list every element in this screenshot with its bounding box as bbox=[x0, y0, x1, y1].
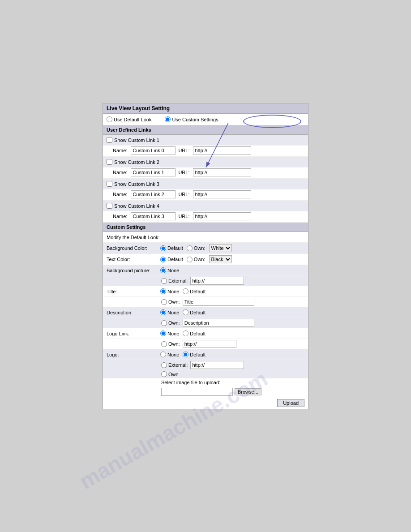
desc-own-input[interactable] bbox=[183, 319, 254, 327]
link-2-name-label: Name: bbox=[113, 170, 127, 175]
desc-default-label[interactable]: Default bbox=[183, 309, 206, 315]
logo-link-own-label[interactable]: Own: bbox=[161, 341, 180, 347]
bg-color-own-radio[interactable] bbox=[187, 245, 193, 251]
text-color-controls: Default Own: Black White Gray Blue bbox=[160, 255, 232, 263]
text-color-own-radio[interactable] bbox=[187, 257, 193, 262]
logo-link-default-label[interactable]: Default bbox=[183, 330, 206, 336]
show-link-2-checkbox[interactable] bbox=[107, 159, 112, 165]
link-2-name-input[interactable] bbox=[131, 168, 176, 176]
show-link-3-label[interactable]: Show Custom Link 3 bbox=[107, 181, 159, 187]
link-2-url-input[interactable] bbox=[193, 168, 251, 176]
bg-color-default-radio[interactable] bbox=[160, 245, 166, 251]
desc-none-label[interactable]: None bbox=[160, 309, 179, 315]
upload-button[interactable]: Upload bbox=[277, 399, 304, 407]
logo-own-label[interactable]: Own bbox=[161, 371, 179, 377]
logo-link-row: Logo Link: None Default bbox=[103, 328, 308, 339]
logo-link-default-radio[interactable] bbox=[183, 330, 188, 336]
show-link-4-label[interactable]: Show Custom Link 4 bbox=[107, 203, 159, 209]
link-4-url-input[interactable] bbox=[193, 212, 251, 220]
title-default-label[interactable]: Default bbox=[183, 288, 206, 294]
link-2-name-url-row: Name: URL: bbox=[103, 167, 308, 179]
use-custom-text: Use Custom Settings bbox=[172, 117, 218, 122]
logo-link-own-input[interactable] bbox=[183, 340, 236, 348]
title-own-radio[interactable] bbox=[161, 299, 167, 305]
logo-none-label[interactable]: None bbox=[160, 352, 179, 357]
bg-picture-none-label[interactable]: None bbox=[160, 267, 179, 273]
bg-picture-label: Background picture: bbox=[107, 268, 160, 273]
use-custom-label[interactable]: Use Custom Settings bbox=[165, 116, 218, 122]
title-own-input[interactable] bbox=[183, 298, 254, 306]
bg-picture-row: Background picture: None bbox=[103, 265, 308, 276]
panel-title: Live View Layout Setting bbox=[103, 103, 308, 114]
title-row: Title: None Default bbox=[103, 286, 308, 297]
bg-color-own-label[interactable]: Own: bbox=[187, 245, 206, 251]
logo-default-radio[interactable] bbox=[183, 352, 188, 357]
title-default-radio[interactable] bbox=[183, 288, 188, 294]
logo-default-label[interactable]: Default bbox=[183, 352, 206, 357]
logo-external-text: External: bbox=[168, 362, 188, 368]
show-link-3-checkbox[interactable] bbox=[107, 181, 112, 187]
text-color-default-label[interactable]: Default bbox=[160, 257, 183, 262]
logo-none-text: None bbox=[167, 352, 179, 357]
use-custom-radio[interactable] bbox=[165, 116, 171, 122]
bg-picture-external-input[interactable] bbox=[190, 277, 244, 285]
desc-own-label[interactable]: Own: bbox=[161, 320, 180, 326]
bg-picture-none-radio[interactable] bbox=[160, 267, 166, 273]
logo-own-text: Own bbox=[168, 372, 179, 377]
link-1-name-input[interactable] bbox=[131, 146, 176, 154]
show-link-1-text: Show Custom Link 1 bbox=[114, 137, 159, 143]
select-image-label: Select image file to upload: bbox=[103, 378, 308, 386]
show-link-3-row: Show Custom Link 3 bbox=[103, 179, 308, 189]
desc-none-text: None bbox=[167, 310, 179, 315]
bg-picture-external-radio[interactable] bbox=[161, 278, 167, 284]
bg-color-select[interactable]: White Black Gray Blue bbox=[209, 244, 232, 252]
text-color-default-radio[interactable] bbox=[160, 257, 166, 262]
logo-link-label: Logo Link: bbox=[107, 331, 160, 336]
bg-color-controls: Default Own: White Black Gray Blue bbox=[160, 244, 232, 252]
text-color-select[interactable]: Black White Gray Blue bbox=[209, 255, 232, 263]
desc-own-row: Own: bbox=[103, 318, 308, 328]
title-none-label[interactable]: None bbox=[160, 288, 179, 294]
text-color-own-label[interactable]: Own: bbox=[187, 257, 206, 262]
title-none-radio[interactable] bbox=[160, 288, 166, 294]
show-link-1-label[interactable]: Show Custom Link 1 bbox=[107, 137, 159, 143]
logo-external-label[interactable]: External: bbox=[161, 362, 188, 368]
bg-color-own-text: Own: bbox=[194, 245, 206, 251]
logo-link-default-text: Default bbox=[190, 331, 206, 336]
logo-external-row: External: bbox=[103, 360, 308, 370]
link-2-url-label: URL: bbox=[178, 170, 189, 175]
link-3-name-input[interactable] bbox=[131, 190, 176, 198]
browse-button[interactable]: Browse... bbox=[235, 388, 261, 395]
logo-external-radio[interactable] bbox=[161, 362, 167, 368]
desc-own-radio[interactable] bbox=[161, 320, 167, 326]
logo-none-radio[interactable] bbox=[160, 352, 166, 357]
desc-default-radio[interactable] bbox=[183, 309, 188, 315]
show-link-2-row: Show Custom Link 2 bbox=[103, 157, 308, 167]
title-own-label[interactable]: Own: bbox=[161, 299, 180, 305]
bg-color-default-label[interactable]: Default bbox=[160, 245, 183, 251]
logo-link-none-text: None bbox=[167, 331, 179, 336]
modify-label-row: Modify the Default Look: bbox=[103, 232, 308, 243]
use-default-radio[interactable] bbox=[107, 116, 112, 122]
show-link-1-checkbox[interactable] bbox=[107, 137, 112, 143]
logo-external-input[interactable] bbox=[190, 361, 244, 369]
show-link-4-text: Show Custom Link 4 bbox=[114, 203, 159, 209]
link-3-url-input[interactable] bbox=[193, 190, 251, 198]
panel-title-text: Live View Layout Setting bbox=[107, 105, 170, 112]
link-1-url-input[interactable] bbox=[193, 146, 251, 154]
logo-own-radio[interactable] bbox=[161, 371, 167, 377]
show-link-4-checkbox[interactable] bbox=[107, 203, 112, 209]
description-label: Description: bbox=[107, 310, 160, 315]
logo-link-none-label[interactable]: None bbox=[160, 330, 179, 336]
upload-file-input[interactable] bbox=[161, 388, 233, 396]
show-link-2-label[interactable]: Show Custom Link 2 bbox=[107, 159, 159, 165]
use-default-label[interactable]: Use Default Look bbox=[107, 116, 151, 122]
logo-link-own-radio[interactable] bbox=[161, 341, 167, 347]
link-1-url-label: URL: bbox=[178, 148, 189, 153]
show-link-3-text: Show Custom Link 3 bbox=[114, 181, 159, 187]
link-4-name-input[interactable] bbox=[131, 212, 176, 220]
bg-picture-external-label[interactable]: External: bbox=[161, 278, 188, 284]
logo-own-row: Own bbox=[103, 370, 308, 378]
logo-link-none-radio[interactable] bbox=[160, 330, 166, 336]
desc-none-radio[interactable] bbox=[160, 309, 166, 315]
